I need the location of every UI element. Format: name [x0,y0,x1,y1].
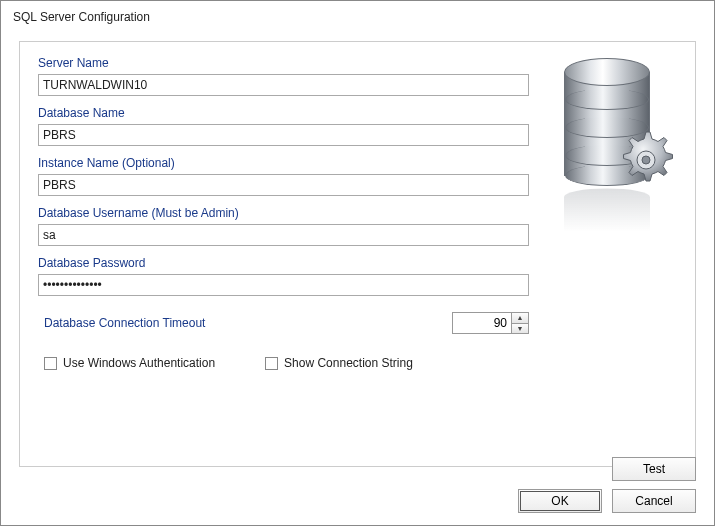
database-name-label: Database Name [38,106,529,120]
instance-name-input[interactable] [38,174,529,196]
form-panel: Server Name Database Name Instance Name … [19,41,696,467]
db-username-label: Database Username (Must be Admin) [38,206,529,220]
database-gear-icon [552,58,672,238]
test-button[interactable]: Test [612,457,696,481]
stepper-buttons: ▲ ▼ [511,313,528,333]
gear-icon [614,128,678,192]
server-name-label: Server Name [38,56,529,70]
db-password-input[interactable] [38,274,529,296]
svg-point-1 [642,156,650,164]
db-password-label: Database Password [38,256,529,270]
timeout-label: Database Connection Timeout [44,316,205,330]
server-name-input[interactable] [38,74,529,96]
win-auth-checkbox[interactable]: Use Windows Authentication [44,356,215,370]
timeout-value[interactable] [453,313,511,333]
db-username-input[interactable] [38,224,529,246]
form-column: Server Name Database Name Instance Name … [38,56,529,452]
decorative-icon-column [547,56,677,452]
checkbox-box-icon [265,357,278,370]
ok-button[interactable]: OK [518,489,602,513]
cancel-button[interactable]: Cancel [612,489,696,513]
timeout-stepper[interactable]: ▲ ▼ [452,312,529,334]
stepper-down-icon[interactable]: ▼ [512,324,528,334]
show-conn-label: Show Connection String [284,356,413,370]
dialog-buttons: Test OK Cancel [518,457,696,513]
stepper-up-icon[interactable]: ▲ [512,313,528,324]
instance-name-label: Instance Name (Optional) [38,156,529,170]
show-conn-checkbox[interactable]: Show Connection String [265,356,413,370]
checkbox-box-icon [44,357,57,370]
win-auth-label: Use Windows Authentication [63,356,215,370]
database-name-input[interactable] [38,124,529,146]
checkbox-row: Use Windows Authentication Show Connecti… [38,356,529,370]
window-title: SQL Server Configuration [1,1,714,30]
timeout-row: Database Connection Timeout ▲ ▼ [38,312,529,334]
